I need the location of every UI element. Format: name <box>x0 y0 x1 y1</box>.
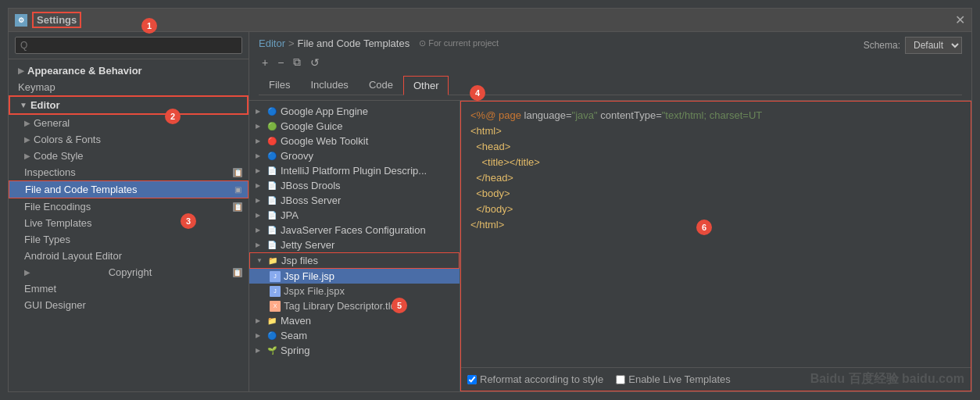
sidebar-item-live-templates[interactable]: Live Templates <box>9 215 249 231</box>
file-tree-item-jsp-files[interactable]: ▼ 📁 Jsp files <box>249 252 460 269</box>
badge-icon: 📋 <box>233 268 242 277</box>
schema-select[interactable]: Default <box>905 37 962 54</box>
tri-icon: ▶ <box>256 241 263 248</box>
reformat-checkbox-group[interactable]: Reformat according to style <box>467 373 603 385</box>
file-tree-item-maven[interactable]: ▶ 📁 Maven <box>249 313 460 328</box>
sidebar-item-label: Colors & Fonts <box>34 134 101 145</box>
tab-other[interactable]: Other <box>403 76 449 95</box>
search-input[interactable] <box>15 37 242 54</box>
code-editor[interactable]: <%@ page language="java" contentType="te… <box>461 102 971 367</box>
tri-icon: ▶ <box>256 212 263 219</box>
sidebar-item-label: General <box>34 117 70 129</box>
file-template-tree: ▶ 🔵 Google App Engine ▶ 🟢 Google Guice ▶… <box>249 101 460 391</box>
sidebar-item-label: Emmet <box>24 283 56 295</box>
tab-code[interactable]: Code <box>359 75 403 95</box>
search-bar[interactable] <box>9 32 249 59</box>
item-icon: 🌱 <box>266 345 277 356</box>
sidebar-item-label: Code Style <box>34 150 84 162</box>
badge-icon: 📋 <box>233 168 242 177</box>
sidebar-item-label: Keymap <box>18 81 55 93</box>
sidebar-item-gui-designer[interactable]: GUI Designer <box>9 297 249 313</box>
file-tree-item-jetty-server[interactable]: ▶ 📄 Jetty Server <box>249 238 460 252</box>
sidebar-item-file-encodings[interactable]: File Encodings 📋 <box>9 198 249 215</box>
settings-sidebar: ▶ Appearance & Behavior Keymap ▼ Editor … <box>9 32 249 391</box>
add-button[interactable]: + <box>259 55 271 70</box>
main-header: Editor > File and Code Templates ⊙ For c… <box>249 32 971 101</box>
sidebar-item-emmet[interactable]: Emmet <box>9 280 249 297</box>
file-tree-item-intellij-plugin[interactable]: ▶ 📄 IntelliJ Platform Plugin Descrip... <box>249 163 460 178</box>
tri-icon: ▶ <box>256 227 263 234</box>
sidebar-item-copyright[interactable]: ▶ Copyright 📋 <box>9 264 249 280</box>
file-tree-item-seam[interactable]: ▶ 🔵 Seam <box>249 328 460 343</box>
breadcrumb: Editor > File and Code Templates ⊙ For c… <box>259 38 499 49</box>
breadcrumb-editor[interactable]: Editor <box>259 38 285 49</box>
arrow-icon: ▶ <box>24 119 30 127</box>
template-badge: ▣ <box>234 185 241 194</box>
tri-icon: ▶ <box>256 123 263 130</box>
item-icon: 📄 <box>266 240 277 251</box>
schema-label: Schema: <box>864 40 900 51</box>
item-icon: 🔵 <box>266 106 277 117</box>
live-templates-checkbox-group[interactable]: Enable Live Templates <box>616 373 731 385</box>
sidebar-item-label: Copyright <box>109 266 152 278</box>
close-button[interactable]: ✕ <box>955 12 965 27</box>
item-icon: 📄 <box>266 210 277 221</box>
sidebar-item-editor[interactable]: ▼ Editor <box>9 95 249 115</box>
sidebar-item-appearance[interactable]: ▶ Appearance & Behavior <box>9 62 249 79</box>
file-tree-item-google-guice[interactable]: ▶ 🟢 Google Guice <box>249 119 460 134</box>
reformat-checkbox[interactable] <box>467 375 477 384</box>
file-tree-item-jboss-server[interactable]: ▶ 📄 JBoss Server <box>249 193 460 208</box>
item-icon: 🔵 <box>266 330 277 341</box>
file-icon: J <box>270 271 281 282</box>
file-tree-item-jsp-file-jsp[interactable]: J Jsp File.jsp <box>249 269 460 284</box>
file-tree-item-spring[interactable]: ▶ 🌱 Spring <box>249 343 460 358</box>
reset-button[interactable]: ↺ <box>307 55 323 70</box>
sidebar-item-colors-fonts[interactable]: ▶ Colors & Fonts <box>9 131 249 148</box>
item-icon: 🟢 <box>266 121 277 132</box>
sidebar-item-android-layout-editor[interactable]: Android Layout Editor <box>9 248 249 264</box>
breadcrumb-sep: > <box>288 38 295 49</box>
item-icon: 📄 <box>266 180 277 191</box>
live-templates-checkbox[interactable] <box>616 375 625 384</box>
sidebar-item-keymap[interactable]: Keymap <box>9 79 249 95</box>
code-editor-container: <%@ page language="java" contentType="te… <box>460 101 971 391</box>
sidebar-item-label: Live Templates <box>24 217 91 229</box>
tabs-row: Files Includes Code Other <box>259 75 962 95</box>
file-tree-item-jpa[interactable]: ▶ 📄 JPA <box>249 208 460 223</box>
badge-icon: 📋 <box>233 202 242 212</box>
sidebar-item-label: Editor <box>30 99 60 111</box>
file-tree-item-groovy[interactable]: ▶ 🔵 Groovy <box>249 148 460 163</box>
tri-icon: ▶ <box>256 332 263 339</box>
main-body: ▶ 🔵 Google App Engine ▶ 🟢 Google Guice ▶… <box>249 101 971 391</box>
sidebar-item-file-types[interactable]: File Types <box>9 231 249 248</box>
code-footer: Reformat according to style Enable Live … <box>461 367 971 391</box>
tri-icon: ▶ <box>256 167 263 174</box>
schema-row: Schema: Default <box>864 37 962 54</box>
sidebar-item-general[interactable]: ▶ General <box>9 115 249 131</box>
tri-icon: ▶ <box>256 138 263 145</box>
item-icon: 📄 <box>266 225 277 236</box>
file-icon: X <box>270 301 281 312</box>
file-tree-item-jsf[interactable]: ▶ 📄 JavaServer Faces Configuration <box>249 223 460 238</box>
item-icon: 🔴 <box>266 136 277 147</box>
file-tree-item-google-app-engine[interactable]: ▶ 🔵 Google App Engine <box>249 104 460 119</box>
breadcrumb-current: File and Code Templates <box>298 38 410 49</box>
tri-icon: ▶ <box>256 317 263 324</box>
copy-button[interactable]: ⧉ <box>290 54 304 70</box>
file-tree-item-jspx-file[interactable]: J Jspx File.jspx <box>249 284 460 298</box>
tri-icon: ▶ <box>256 152 263 159</box>
tri-icon: ▶ <box>256 182 263 189</box>
sidebar-item-inspections[interactable]: Inspections 📋 <box>9 164 249 180</box>
remove-button[interactable]: − <box>274 55 287 70</box>
file-tree-item-tld[interactable]: X Tag Library Descriptor.tld <box>249 298 460 313</box>
sidebar-item-label: File and Code Templates <box>25 184 138 195</box>
file-tree-item-jboss-drools[interactable]: ▶ 📄 JBoss Drools <box>249 178 460 193</box>
folder-icon: 📁 <box>267 255 278 266</box>
tab-files[interactable]: Files <box>259 75 300 95</box>
tab-includes[interactable]: Includes <box>300 75 358 95</box>
sidebar-item-code-style[interactable]: ▶ Code Style <box>9 148 249 164</box>
file-tree-item-google-web-toolkit[interactable]: ▶ 🔴 Google Web Toolkit <box>249 134 460 148</box>
arrow-icon: ▼ <box>20 101 27 109</box>
sidebar-item-file-code-templates[interactable]: File and Code Templates ▣ <box>9 180 249 198</box>
live-templates-label: Enable Live Templates <box>628 373 731 385</box>
